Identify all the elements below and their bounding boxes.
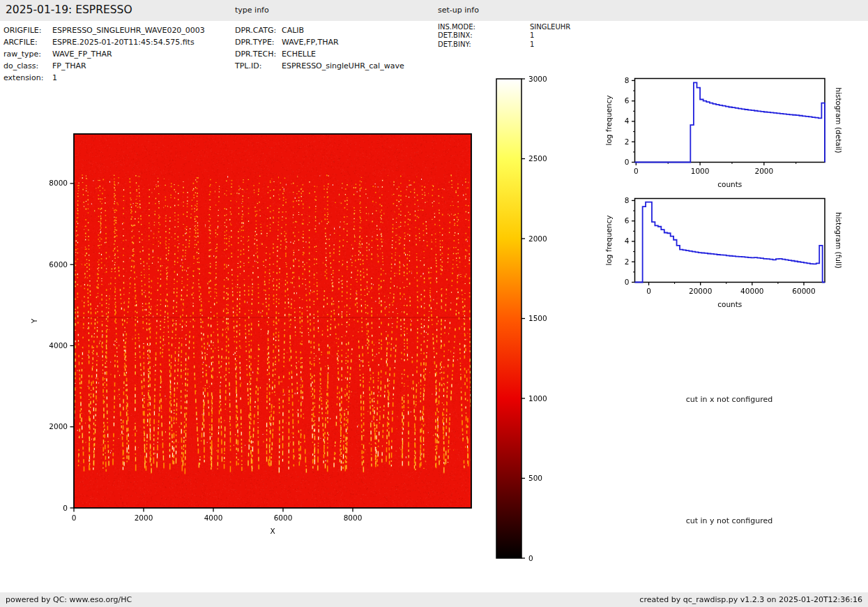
svg-text:60000: 60000 [792,287,815,295]
svg-text:2000: 2000 [528,234,547,243]
svg-text:2000: 2000 [49,422,68,430]
raw-frame-heatmap [74,134,471,508]
tpl-id-value: ESPRESSO_singleUHR_cal_wave [282,61,404,70]
setup-info-heading: set-up info [438,6,479,15]
type-info-heading: type info [235,6,269,15]
svg-text:0: 0 [625,278,630,286]
setup-info-block: INS.MODE:SINGLEUHR DET.BINX:1 DET.BINY:1 [438,23,570,49]
raw-type-value: WAVE_FP_THAR [52,50,112,59]
svg-text:histogram (detail): histogram (detail) [835,87,843,153]
svg-text:8000: 8000 [344,514,363,522]
svg-text:4: 4 [625,237,630,245]
origfile-value: ESPRESSO_SINGLEUHR_WAVE020_0003 [52,26,205,35]
type-info-row: DPR.CATG:CALIB [235,24,404,36]
svg-text:8: 8 [625,196,630,204]
det-biny-label: DET.BINY: [438,40,530,49]
svg-text:log frequency: log frequency [604,215,613,265]
svg-text:0: 0 [634,167,639,175]
ins-mode-value: SINGLEUHR [530,23,570,31]
svg-text:1000: 1000 [528,394,547,403]
setup-info-row: DET.BINX:1 [438,31,570,40]
setup-info-row: INS.MODE:SINGLEUHR [438,23,570,31]
dpr-type-value: WAVE,FP,THAR [282,38,339,47]
svg-text:40000: 40000 [740,287,763,295]
tpl-id-label: TPL.ID: [235,60,282,72]
file-info-row: extension:1 [3,72,205,84]
page-title: 2025-01-19: ESPRESSO [6,3,132,16]
svg-text:0: 0 [528,554,533,562]
svg-text:4: 4 [625,117,630,125]
svg-text:counts: counts [717,180,742,188]
file-info-block: ORIGFILE:ESPRESSO_SINGLEUHR_WAVE020_0003… [3,24,205,84]
svg-text:0: 0 [625,158,630,166]
do-class-value: FP_THAR [52,61,86,70]
histogram-detail-panel: 01000200002468countslog frequencyhistogr… [604,76,843,188]
svg-text:counts: counts [717,300,742,308]
svg-text:Y: Y [30,318,38,324]
svg-text:histogram (full): histogram (full) [835,212,843,269]
svg-text:6: 6 [625,216,630,225]
colorbar [496,79,521,558]
svg-text:2000: 2000 [135,514,153,522]
file-info-row: raw_type:WAVE_FP_THAR [3,48,205,60]
do-class-label: do_class: [3,60,52,72]
origfile-label: ORIGFILE: [3,24,52,36]
raw-type-label: raw_type: [3,48,52,60]
svg-text:1500: 1500 [528,314,547,322]
type-info-row: DPR.TECH:ECHELLE [235,48,404,60]
svg-text:6: 6 [625,96,630,105]
dpr-catg-value: CALIB [282,26,304,35]
svg-text:0: 0 [646,287,651,295]
det-biny-value: 1 [530,40,534,48]
svg-text:log frequency: log frequency [604,95,613,145]
type-info-row: TPL.ID:ESPRESSO_singleUHR_cal_wave [235,60,404,72]
type-info-row: DPR.TYPE:WAVE,FP,THAR [235,36,404,48]
setup-info-row: DET.BINY:1 [438,40,570,49]
svg-text:0: 0 [72,514,77,522]
file-info-row: do_class:FP_THAR [3,60,205,72]
type-info-block: DPR.CATG:CALIB DPR.TYPE:WAVE,FP,THAR DPR… [235,24,404,72]
dpr-catg-label: DPR.CATG: [235,24,282,36]
dpr-tech-value: ECHELLE [282,50,316,59]
svg-text:2: 2 [625,257,630,266]
svg-text:20000: 20000 [689,287,712,295]
svg-text:6000: 6000 [49,260,68,269]
svg-text:2000: 2000 [754,167,773,175]
footer-created-by: created by qc_rawdisp.py v1.2.3 on 2025-… [639,592,862,607]
cut-y-note: cut in y not configured [653,516,806,525]
footer-bar: powered by QC: www.eso.org/HC created by… [0,592,868,607]
file-info-row: ORIGFILE:ESPRESSO_SINGLEUHR_WAVE020_0003 [3,24,205,36]
svg-text:6000: 6000 [274,514,293,522]
svg-text:2: 2 [625,137,630,146]
extension-label: extension: [3,72,52,84]
svg-text:8: 8 [625,76,630,84]
svg-text:4000: 4000 [49,341,68,350]
svg-text:500: 500 [528,474,542,482]
det-binx-label: DET.BINX: [438,31,530,40]
dpr-type-label: DPR.TYPE: [235,36,282,48]
svg-text:4000: 4000 [204,514,223,522]
svg-text:3000: 3000 [528,75,547,83]
dpr-tech-label: DPR.TECH: [235,48,282,60]
cut-x-note: cut in x not configured [653,395,806,404]
svg-text:1000: 1000 [691,167,710,175]
det-binx-value: 1 [530,31,534,39]
svg-text:0: 0 [63,504,68,512]
extension-value: 1 [52,73,57,82]
footer-powered-by: powered by QC: www.eso.org/HC [6,592,132,607]
ins-mode-label: INS.MODE: [438,23,530,31]
arcfile-value: ESPRE.2025-01-20T11:45:54.575.fits [52,38,195,47]
svg-text:8000: 8000 [49,179,68,187]
histogram-full-panel: 020000400006000002468countslog frequency… [604,196,843,308]
arcfile-label: ARCFILE: [3,36,52,48]
file-info-row: ARCFILE:ESPRE.2025-01-20T11:45:54.575.fi… [3,36,205,48]
svg-text:X: X [270,527,275,535]
svg-text:2500: 2500 [528,154,547,163]
